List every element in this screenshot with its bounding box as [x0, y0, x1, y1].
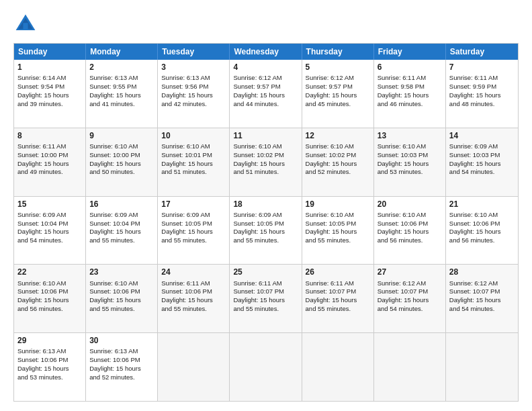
day-info-line: Sunrise: 6:10 AM — [449, 211, 515, 220]
day-number: 20 — [378, 199, 442, 210]
day-info-line: Sunset: 10:00 PM — [17, 151, 82, 160]
day-info-line: and 54 minutes. — [378, 305, 442, 314]
day-number: 8 — [17, 130, 82, 141]
page: SundayMondayTuesdayWednesdayThursdayFrid… — [0, 0, 532, 411]
day-number: 10 — [161, 130, 226, 141]
day-info-line: and 53 minutes. — [17, 373, 82, 382]
day-info-line: Sunrise: 6:13 AM — [161, 74, 226, 83]
day-number: 9 — [89, 130, 154, 141]
day-info-line: and 54 minutes. — [449, 168, 515, 177]
header-day-monday: Monday — [86, 44, 158, 60]
day-info-line: and 52 minutes. — [306, 168, 370, 177]
day-info-line: Sunset: 10:07 PM — [378, 287, 442, 296]
day-cell-14: 14Sunrise: 6:09 AMSunset: 10:03 PMDaylig… — [446, 128, 518, 196]
day-info-line: Sunset: 10:06 PM — [378, 220, 442, 228]
day-info-line: Sunset: 10:07 PM — [233, 287, 298, 296]
day-info-line: Sunset: 9:57 PM — [233, 83, 298, 91]
day-info-line: Sunrise: 6:12 AM — [449, 279, 515, 288]
day-info-line: and 55 minutes. — [161, 305, 226, 314]
day-info-line: Sunrise: 6:10 AM — [233, 142, 298, 151]
day-number: 4 — [233, 62, 298, 73]
day-info-line: Sunrise: 6:09 AM — [89, 211, 154, 220]
day-number: 21 — [449, 199, 515, 210]
logo — [13, 12, 42, 36]
day-info-line: Sunrise: 6:09 AM — [161, 211, 226, 220]
day-cell-8: 8Sunrise: 6:11 AMSunset: 10:00 PMDayligh… — [14, 128, 86, 196]
empty-cell — [158, 333, 230, 401]
day-info-line: Sunrise: 6:12 AM — [306, 74, 370, 83]
day-info-line: and 56 minutes. — [378, 236, 442, 245]
day-cell-25: 25Sunrise: 6:11 AMSunset: 10:07 PMDaylig… — [230, 265, 302, 332]
day-info-line: Daylight: 15 hours — [89, 91, 154, 100]
day-info-line: and 55 minutes. — [89, 305, 154, 314]
day-cell-4: 4Sunrise: 6:12 AMSunset: 9:57 PMDaylight… — [230, 60, 302, 128]
day-number: 30 — [89, 335, 154, 346]
day-info-line: Sunrise: 6:09 AM — [17, 211, 82, 220]
day-info-line: Sunrise: 6:10 AM — [378, 142, 442, 151]
day-info-line: Daylight: 15 hours — [89, 228, 154, 236]
day-info-line: Sunrise: 6:10 AM — [306, 142, 370, 151]
header-day-friday: Friday — [374, 44, 446, 60]
day-info-line: Sunset: 9:56 PM — [161, 83, 226, 91]
calendar: SundayMondayTuesdayWednesdayThursdayFrid… — [13, 43, 519, 402]
day-info-line: Sunrise: 6:11 AM — [378, 74, 442, 83]
empty-cell — [302, 333, 374, 401]
day-info-line: Daylight: 15 hours — [449, 296, 515, 305]
day-info-line: Sunset: 9:54 PM — [17, 83, 82, 91]
day-info-line: Daylight: 15 hours — [233, 91, 298, 100]
day-number: 16 — [89, 199, 154, 210]
day-info-line: Sunset: 10:05 PM — [233, 220, 298, 228]
day-cell-2: 2Sunrise: 6:13 AMSunset: 9:55 PMDaylight… — [86, 60, 158, 128]
day-info-line: Daylight: 15 hours — [233, 296, 298, 305]
day-info-line: Sunset: 9:59 PM — [449, 83, 515, 91]
day-number: 27 — [378, 267, 442, 277]
day-cell-28: 28Sunrise: 6:12 AMSunset: 10:07 PMDaylig… — [446, 265, 518, 332]
day-info-line: Sunset: 10:07 PM — [306, 287, 370, 296]
day-info-line: Daylight: 15 hours — [89, 160, 154, 169]
day-info-line: and 53 minutes. — [378, 168, 442, 177]
day-info-line: and 51 minutes. — [233, 168, 298, 177]
day-info-line: Sunrise: 6:10 AM — [89, 279, 154, 288]
day-info-line: Sunset: 10:06 PM — [89, 287, 154, 296]
day-number: 6 — [378, 62, 442, 73]
day-cell-18: 18Sunrise: 6:09 AMSunset: 10:05 PMDaylig… — [230, 197, 302, 265]
day-info-line: Sunset: 10:06 PM — [449, 220, 515, 228]
day-info-line: Sunset: 10:05 PM — [306, 220, 370, 228]
day-info-line: Daylight: 15 hours — [378, 228, 442, 236]
day-info-line: Sunrise: 6:13 AM — [89, 347, 154, 356]
header-day-saturday: Saturday — [446, 44, 518, 60]
logo-icon — [13, 12, 38, 36]
day-info-line: Sunset: 10:04 PM — [89, 220, 154, 228]
calendar-row-1: 1Sunrise: 6:14 AMSunset: 9:54 PMDaylight… — [14, 60, 518, 128]
day-cell-20: 20Sunrise: 6:10 AMSunset: 10:06 PMDaylig… — [374, 197, 446, 265]
day-info-line: Sunrise: 6:11 AM — [449, 74, 515, 83]
day-info-line: Daylight: 15 hours — [17, 160, 82, 169]
day-info-line: Sunset: 10:06 PM — [17, 356, 82, 365]
day-number: 11 — [233, 130, 298, 141]
day-info-line: Daylight: 15 hours — [233, 228, 298, 236]
day-info-line: and 55 minutes. — [233, 236, 298, 245]
day-cell-21: 21Sunrise: 6:10 AMSunset: 10:06 PMDaylig… — [446, 197, 518, 265]
day-info-line: and 44 minutes. — [233, 100, 298, 109]
header — [13, 12, 519, 36]
day-info-line: Daylight: 15 hours — [17, 365, 82, 373]
day-info-line: Sunrise: 6:09 AM — [233, 211, 298, 220]
day-info-line: Sunrise: 6:09 AM — [449, 142, 515, 151]
day-cell-12: 12Sunrise: 6:10 AMSunset: 10:02 PMDaylig… — [302, 128, 374, 196]
day-info-line: Sunrise: 6:10 AM — [89, 142, 154, 151]
day-number: 13 — [378, 130, 442, 141]
day-info-line: Daylight: 15 hours — [161, 228, 226, 236]
day-info-line: Sunrise: 6:10 AM — [17, 279, 82, 288]
day-info-line: and 48 minutes. — [449, 100, 515, 109]
calendar-body: 1Sunrise: 6:14 AMSunset: 9:54 PMDaylight… — [14, 60, 518, 401]
day-info-line: Daylight: 15 hours — [306, 91, 370, 100]
day-info-line: Sunrise: 6:12 AM — [233, 74, 298, 83]
day-cell-13: 13Sunrise: 6:10 AMSunset: 10:03 PMDaylig… — [374, 128, 446, 196]
day-number: 22 — [17, 267, 82, 277]
day-cell-10: 10Sunrise: 6:10 AMSunset: 10:01 PMDaylig… — [158, 128, 230, 196]
day-info-line: Sunset: 10:06 PM — [161, 287, 226, 296]
day-info-line: Sunset: 9:58 PM — [378, 83, 442, 91]
day-info-line: Daylight: 15 hours — [306, 228, 370, 236]
day-info-line: and 42 minutes. — [161, 100, 226, 109]
header-day-wednesday: Wednesday — [230, 44, 302, 60]
